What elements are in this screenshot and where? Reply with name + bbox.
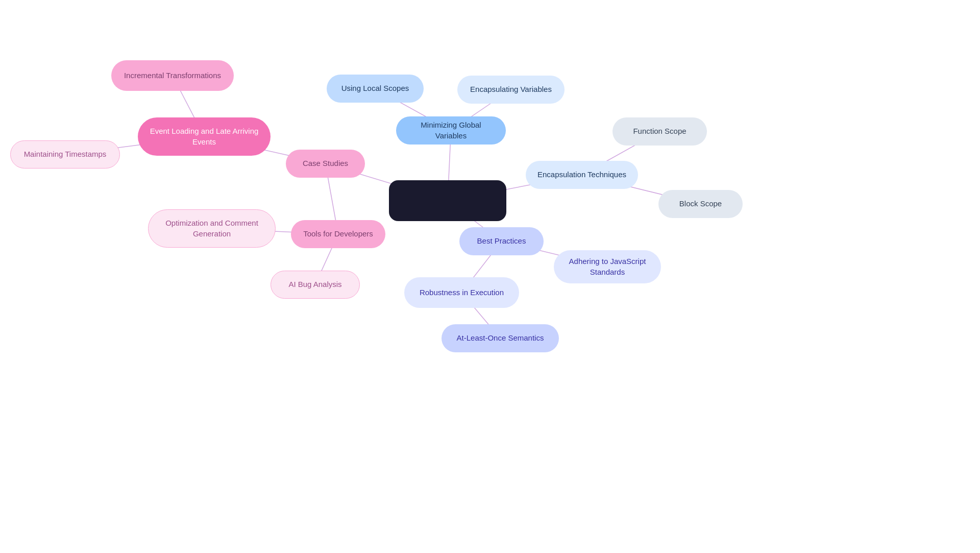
node-label-incremental: Incremental Transformations [124, 70, 221, 81]
node-label-func-scope: Function Scope [633, 126, 686, 136]
node-label-best-practices: Best Practices [477, 236, 526, 246]
node-block-scope[interactable]: Block Scope [658, 190, 743, 218]
node-event-loading[interactable]: Event Loading and Late Arriving Events [138, 117, 271, 156]
node-label-ai-bug: AI Bug Analysis [288, 279, 341, 290]
node-tools-dev[interactable]: Tools for Developers [291, 220, 385, 248]
node-opt-comment[interactable]: Optimization and Comment Generation [148, 209, 276, 248]
node-label-robustness: Robustness in Execution [420, 287, 504, 298]
node-robustness[interactable]: Robustness in Execution [404, 277, 519, 308]
node-adhering[interactable]: Adhering to JavaScript Standards [554, 250, 661, 283]
node-label-adhering: Adhering to JavaScript Standards [565, 256, 650, 277]
node-label-tools-dev: Tools for Developers [303, 229, 373, 239]
center-node[interactable] [389, 180, 506, 221]
node-label-min-global: Minimizing Global Variables [407, 120, 495, 141]
node-ai-bug[interactable]: AI Bug Analysis [271, 271, 360, 299]
node-label-case-studies: Case Studies [303, 158, 348, 169]
node-label-at-least: At-Least-Once Semantics [457, 333, 544, 343]
node-label-encap-tech: Encapsulation Techniques [537, 170, 626, 180]
node-maintaining[interactable]: Maintaining Timestamps [10, 140, 120, 169]
node-incremental[interactable]: Incremental Transformations [111, 60, 234, 91]
node-label-block-scope: Block Scope [679, 199, 722, 209]
node-func-scope[interactable]: Function Scope [612, 117, 707, 146]
node-label-encap-vars: Encapsulating Variables [470, 84, 552, 94]
node-encap-vars[interactable]: Encapsulating Variables [457, 76, 565, 104]
node-at-least[interactable]: At-Least-Once Semantics [442, 324, 559, 352]
node-encap-tech[interactable]: Encapsulation Techniques [526, 161, 638, 189]
node-min-global[interactable]: Minimizing Global Variables [396, 116, 506, 145]
node-best-practices[interactable]: Best Practices [459, 227, 544, 255]
node-using-local[interactable]: Using Local Scopes [327, 75, 424, 103]
node-label-event-loading: Event Loading and Late Arriving Events [149, 126, 259, 147]
node-label-opt-comment: Optimization and Comment Generation [160, 218, 264, 239]
node-label-using-local: Using Local Scopes [341, 83, 409, 93]
node-case-studies[interactable]: Case Studies [286, 150, 365, 178]
node-label-maintaining: Maintaining Timestamps [24, 149, 107, 159]
